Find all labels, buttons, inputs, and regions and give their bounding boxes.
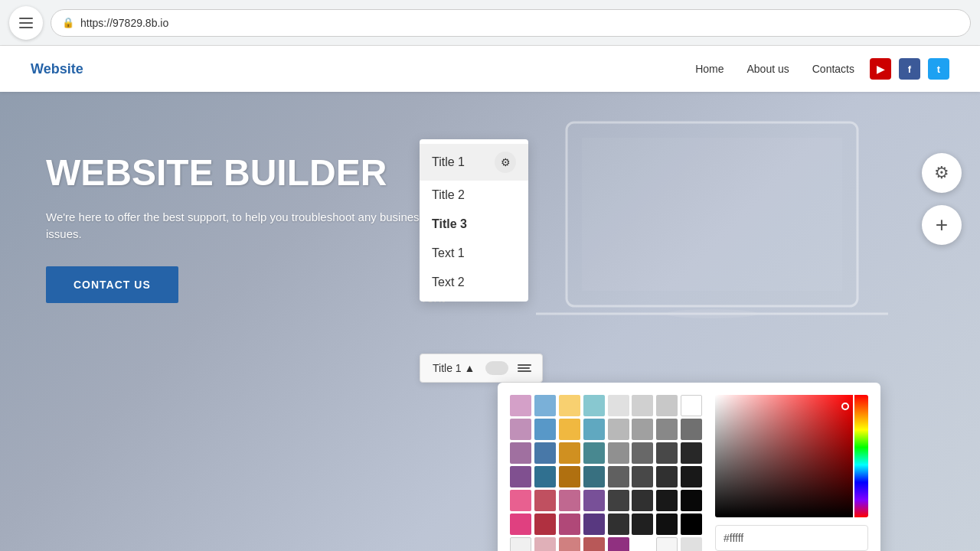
swatch-gray10[interactable] [656,466,678,487]
swatch-gray11[interactable] [608,490,629,511]
swatch-near-black[interactable] [681,466,702,487]
website-content: Website Home About us Contacts ▶ f t WEB… [0,46,980,551]
swatch-black[interactable] [681,514,702,535]
swatch-black2[interactable] [681,490,702,511]
bold-toggle[interactable] [485,361,508,375]
swatch-gray9[interactable] [632,466,653,487]
swatch-red-light[interactable] [534,490,556,511]
nav-bar: Website Home About us Contacts ▶ f t [0,46,980,92]
nav-logo: Website [31,61,83,77]
swatch-gray7[interactable] [681,442,702,464]
swatch-white3[interactable] [656,537,678,551]
swatch-gray6[interactable] [656,442,678,464]
swatch-gray3[interactable] [656,419,678,440]
gradient-canvas[interactable] [715,395,868,517]
swatch-pink-light[interactable] [510,395,531,416]
swatch-gray-dark[interactable] [681,419,702,440]
swatch-gray2[interactable] [632,419,653,440]
lock-icon: 🔒 [62,17,74,28]
nav-link-contacts[interactable]: Contacts [812,63,854,75]
hero-content: WEBSITE BUILDER We're here to offer the … [46,153,429,303]
dropdown-item-settings-icon[interactable]: ⚙ [495,152,516,173]
swatch-light-gray2[interactable] [681,537,702,551]
dropdown-item-title3[interactable]: Title 3 [420,210,528,239]
url-text: https://97829.8b.io [80,17,168,29]
swatch-gray14[interactable] [608,514,629,535]
swatch-gray5[interactable] [632,442,653,464]
swatch-white[interactable] [681,395,702,416]
swatch-yellow[interactable] [559,395,580,416]
hex-color-input[interactable] [715,525,868,551]
swatch-teal[interactable] [583,419,605,440]
swatch-purple[interactable] [510,466,531,487]
swatch-salmon[interactable] [559,537,580,551]
dropdown-item-text1[interactable]: Text 1 [420,239,528,268]
swatch-teal3[interactable] [583,466,605,487]
svg-point-3 [666,309,758,318]
browser-menu-button[interactable] [9,6,43,40]
social-icons: ▶ f t [870,58,949,80]
swatch-violet[interactable] [583,490,605,511]
text-style-label: Title 1 [433,362,462,374]
dropdown-item-title1[interactable]: Title 1 ⚙ [420,144,528,181]
hero-title: WEBSITE BUILDER [46,153,429,194]
swatch-indigo[interactable] [583,514,605,535]
text-style-dropdown: Title 1 ⚙ Title 2 Title 3 Text 1 Text 2 [420,139,528,302]
twitter-icon[interactable]: t [928,58,949,80]
color-swatches-grid [510,395,703,551]
dropdown-item-title2[interactable]: Title 2 [420,181,528,210]
hero-subtitle: We're here to offer the best support, to… [46,209,429,243]
contact-us-button[interactable]: CONTACT US [46,266,178,303]
nav-link-about[interactable]: About us [746,63,789,75]
text-format-toolbar: Title 1 ▲ [420,354,543,383]
text-align-button[interactable] [514,361,534,375]
dropdown-item-text2[interactable]: Text 2 [420,268,528,297]
swatch-pink2[interactable] [559,490,580,511]
nav-links: Home About us Contacts [695,63,854,75]
text-style-selector[interactable]: Title 1 ▲ [428,359,479,377]
swatch-brick[interactable] [583,537,605,551]
swatch-off-white[interactable] [510,537,531,551]
swatch-gray15[interactable] [632,514,653,535]
swatch-gray16[interactable] [656,514,678,535]
swatch-blush[interactable] [534,537,556,551]
swatch-hot-pink[interactable] [510,514,531,535]
address-bar[interactable]: 🔒 https://97829.8b.io [51,9,971,37]
swatch-pink3[interactable] [559,514,580,535]
swatch-blue-light[interactable] [534,395,556,416]
gradient-color-picker [715,395,868,551]
swatch-blue-dark[interactable] [534,466,556,487]
swatch-gray8[interactable] [608,466,629,487]
swatch-blue-medium[interactable] [534,442,556,464]
swatch-blue[interactable] [534,419,556,440]
swatch-gray-light[interactable] [656,395,678,416]
swatch-orange-dark[interactable] [559,466,580,487]
swatch-orange-light[interactable] [559,419,580,440]
swatch-gray[interactable] [608,419,629,440]
swatch-gray13[interactable] [656,490,678,511]
swatch-gray4[interactable] [608,442,629,464]
swatch-magenta[interactable] [608,537,629,551]
facebook-icon[interactable]: f [899,58,920,80]
swatch-teal2[interactable] [583,442,605,464]
gradient-cursor [841,403,849,410]
add-element-button[interactable]: + [922,205,962,245]
gear-icon: ⚙ [934,163,949,183]
swatch-purple-light[interactable] [510,442,531,464]
swatch-gray-lightest[interactable] [608,395,629,416]
settings-button[interactable]: ⚙ [922,153,962,193]
swatch-rose[interactable] [510,490,531,511]
youtube-icon[interactable]: ▶ [870,58,891,80]
swatch-red[interactable] [534,514,556,535]
swatch-orange[interactable] [559,442,580,464]
swatch-white2[interactable] [632,537,653,551]
plus-icon: + [936,213,948,237]
swatch-gray-lighter[interactable] [632,395,653,416]
hue-slider[interactable] [854,395,868,517]
swatch-teal-light[interactable] [583,395,605,416]
browser-chrome: 🔒 https://97829.8b.io [0,0,980,46]
color-swatches-section: Less < [510,395,703,551]
nav-link-home[interactable]: Home [695,63,724,75]
swatch-gray12[interactable] [632,490,653,511]
swatch-pink[interactable] [510,419,531,440]
